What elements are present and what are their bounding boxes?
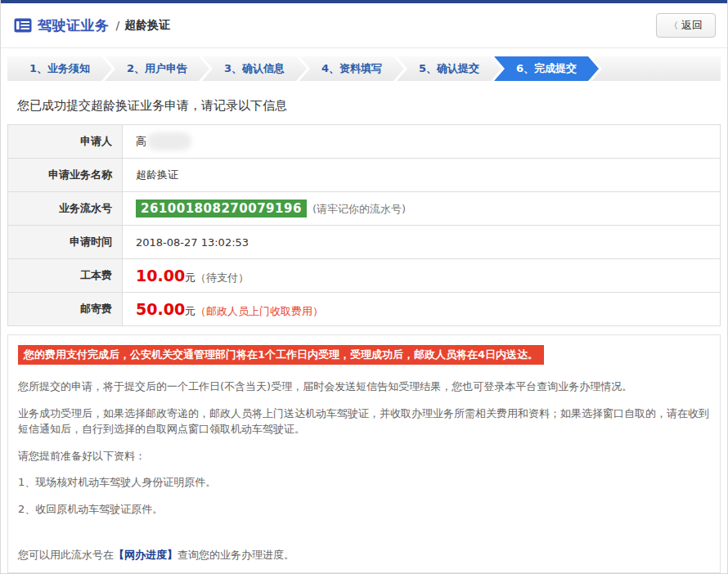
postage-fee-note: （邮政人员上门收取费用） [195, 305, 323, 317]
license-list-icon [14, 18, 32, 33]
postage-fee-unit: 元 [185, 305, 195, 317]
back-chevron-icon: 〈 [669, 20, 678, 32]
row-value-serial-number: 261001808270079196 (请牢记你的流水号) [123, 192, 721, 226]
back-button-label: 返回 [681, 18, 703, 33]
progress-hint-suffix: 查询您的业务办理进度。 [178, 549, 294, 561]
progress-hint-prefix: 您可以用此流水号在 [18, 549, 114, 561]
postage-fee-amount: 50.00 [136, 300, 185, 318]
row-value-business-name: 超龄换证 [123, 159, 721, 192]
step-5-confirm-submit: 5、确认提交 [397, 56, 501, 81]
row-label-serial-number: 业务流水号 [8, 192, 123, 226]
step-3-confirm-info: 3、确认信息 [202, 56, 307, 81]
notice-paragraph-1: 您所提交的申请，将于提交后的一个工作日(不含当天)受理，届时会发送短信告知受理结… [18, 379, 710, 395]
production-fee-note: （待支付） [195, 271, 249, 284]
table-row-business-name: 申请业务名称 超龄换证 [8, 159, 721, 192]
table-row-applicant: 申请人 高 [8, 125, 721, 159]
step-2-user-declaration: 2、用户申告 [105, 56, 209, 81]
row-label-production-fee: 工本费 [8, 259, 123, 293]
table-row-apply-time: 申请时间 2018-08-27 13:02:53 [8, 226, 721, 259]
step-1-business-notice: 1、业务须知 [7, 56, 112, 81]
applicant-name: 高 [136, 135, 146, 147]
production-fee-unit: 元 [185, 271, 195, 284]
header: 驾驶证业务 / 超龄换证 〈 返回 [1, 3, 727, 48]
back-button[interactable]: 〈 返回 [656, 13, 716, 38]
breadcrumb-separator: / [116, 19, 120, 32]
row-label-apply-time: 申请时间 [8, 226, 123, 259]
progress-hint-line: 您可以用此流水号在【网办进度】查询您的业务办理进度。 [18, 548, 710, 563]
table-row-production-fee: 工本费 10.00元（待支付） [8, 259, 721, 293]
step-4-fill-materials: 4、资料填写 [299, 56, 404, 81]
redaction-blur [147, 132, 191, 150]
row-value-apply-time: 2018-08-27 13:02:53 [123, 226, 721, 259]
notice-paragraph-2: 业务成功受理后，如果选择邮政寄递的，邮政人员将上门送达机动车驾驶证，并收取办理业… [18, 406, 710, 437]
notice-paragraph-4: 1、现场核对机动车驾驶人身份证明原件。 [18, 474, 710, 491]
production-fee-amount: 10.00 [136, 267, 185, 285]
serial-number-badge: 261001808270079196 [136, 200, 307, 217]
notice-box: 您的费用支付完成后，公安机关交通管理部门将在1个工作日内受理，受理成功后，邮政人… [7, 334, 721, 573]
step-bar-filler [591, 56, 721, 81]
progress-link[interactable]: 【网办进度】 [114, 549, 178, 561]
notice-paragraph-5: 2、收回原机动车驾驶证原件。 [18, 501, 710, 518]
notice-paragraph-3: 请您提前准备好以下资料： [18, 448, 710, 464]
breadcrumb-current: 超龄换证 [124, 18, 170, 33]
serial-number-note: (请牢记你的流水号) [312, 203, 406, 215]
table-row-serial-number: 业务流水号 261001808270079196 (请牢记你的流水号) [8, 192, 721, 226]
page: 驾驶证业务 / 超龄换证 〈 返回 1、业务须知 2、用户申告 3、确认信息 4… [0, 0, 728, 574]
step-progress-bar: 1、业务须知 2、用户申告 3、确认信息 4、资料填写 5、确认提交 6、完成提… [7, 56, 721, 81]
row-label-postage-fee: 邮寄费 [8, 293, 123, 326]
success-message: 您已成功提交超龄换证业务申请，请记录以下信息 [17, 98, 727, 114]
step-6-complete-submit: 6、完成提交 [494, 56, 599, 81]
table-row-postage-fee: 邮寄费 50.00元（邮政人员上门收取费用） [8, 293, 721, 326]
row-label-business-name: 申请业务名称 [8, 159, 123, 192]
row-label-applicant: 申请人 [8, 125, 123, 159]
application-info-table: 申请人 高 申请业务名称 超龄换证 业务流水号 2610018082700791… [7, 124, 721, 326]
payment-deadline-banner: 您的费用支付完成后，公安机关交通管理部门将在1个工作日内受理，受理成功后，邮政人… [18, 345, 544, 365]
row-value-production-fee: 10.00元（待支付） [123, 259, 721, 293]
row-value-postage-fee: 50.00元（邮政人员上门收取费用） [123, 293, 721, 326]
row-value-applicant: 高 [123, 125, 721, 159]
page-title: 驾驶证业务 [38, 16, 110, 35]
